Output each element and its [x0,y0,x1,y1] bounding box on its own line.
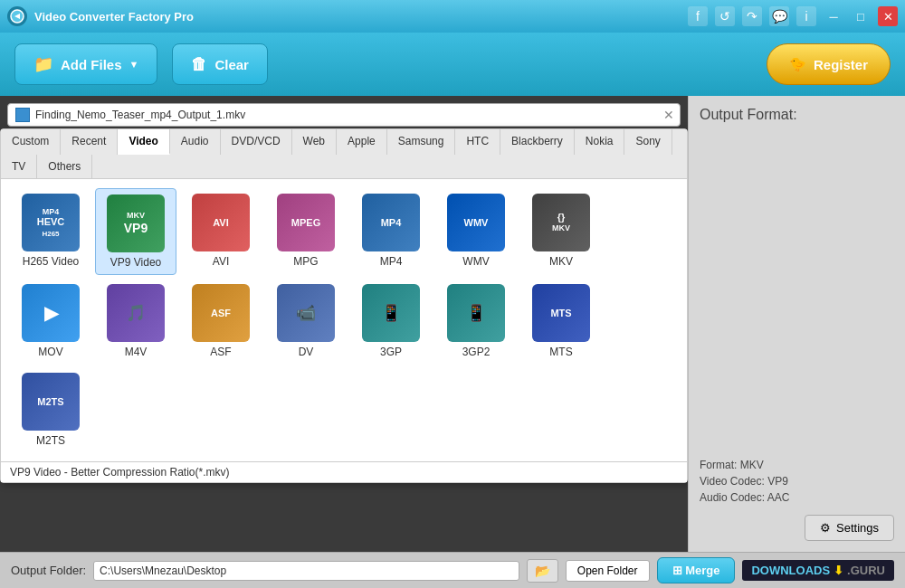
format-item-3gp2[interactable]: 📱3GP2 [435,279,517,364]
close-button[interactable]: ✕ [878,6,898,26]
settings-label: Settings [836,521,879,535]
format-item-wmv[interactable]: WMVWMV [435,188,517,275]
merge-label: ⊞ Merge [672,564,720,577]
format-label-vp9: VP9 Video [110,256,162,269]
add-files-dropdown-icon[interactable]: ▼ [129,59,139,70]
format-item-m4v[interactable]: 🎵M4V [95,279,176,364]
tab-audio[interactable]: Audio [170,129,221,155]
format-label-m2ts: M2TS [36,434,65,447]
titlebar: Video Converter Factory Pro f ↺ ↷ 💬 i ─ … [0,0,905,33]
main-area: D Finding_Nemo_Teaser_mp4_Output_1.mkv ✕… [0,96,905,552]
format-item-mts[interactable]: MTSMTS [520,279,602,364]
output-format-title: Output Format: [700,107,894,123]
add-files-button[interactable]: 📁 Add Files ▼ [14,43,157,85]
format-label-mp4: MP4 [380,255,403,268]
format-icon-mp4: MP4 [362,194,420,251]
format-label-m4v: M4V [125,346,148,358]
format-label-asf: ASF [210,346,231,358]
tab-apple[interactable]: Apple [337,129,387,155]
tab-web[interactable]: Web [292,129,337,155]
merge-button[interactable]: ⊞ Merge [657,557,736,583]
format-value: Format: MKV [700,459,894,471]
forward-icon[interactable]: ↷ [742,6,762,26]
file-name: Finding_Nemo_Teaser_mp4_Output_1.mkv [35,109,245,121]
format-icon-mov: ▶ [22,284,80,342]
info-icon[interactable]: i [796,6,816,26]
format-tabs: CustomRecentVideoAudioDVD/VCDWebAppleSam… [1,129,687,179]
format-icon-avi: AVI [192,194,250,251]
remove-file-button[interactable]: ✕ [663,108,674,122]
format-item-asf[interactable]: ASFASF [180,279,262,364]
tab-video[interactable]: Video [118,129,169,155]
watermark: DOWNLOADS ⬇ .GURU [742,560,894,581]
watermark-arrow: ⬇ [834,564,843,577]
titlebar-right: f ↺ ↷ 💬 i ─ □ ✕ [688,6,898,26]
format-item-avi[interactable]: AVIAVI [180,188,262,275]
browse-folder-button[interactable]: 📂 [527,559,558,583]
output-folder-label: Output Folder: [11,564,86,577]
add-files-icon: 📁 [33,54,53,74]
tab-custom[interactable]: Custom [1,129,61,155]
open-folder-label: Open Folder [577,564,638,577]
format-grid: MP4HEVCH265H265 VideoMKVVP9VP9 VideoAVIA… [1,179,687,461]
clear-button[interactable]: 🗑 Clear [172,43,268,85]
facebook-icon[interactable]: f [688,6,708,26]
output-path-input[interactable] [93,561,519,581]
register-button[interactable]: 🐤 Register [767,43,891,85]
tab-blackberry[interactable]: Blackberry [500,129,575,155]
format-item-mp4[interactable]: MP4MP4 [350,188,432,275]
tab-htc[interactable]: HTC [455,129,500,155]
tab-recent[interactable]: Recent [61,129,118,155]
format-status: VP9 Video - Better Compression Ratio(*.m… [1,461,687,482]
maximize-button[interactable]: □ [851,6,871,26]
right-panel: Output Format: Format: MKV Video Codec: … [688,96,905,552]
format-icon-mpg: MPEG [277,194,335,251]
format-item-mov[interactable]: ▶MOV [10,279,91,364]
add-files-label: Add Files [61,57,122,72]
format-icon-mkv: {}MKV [532,194,590,251]
format-label-3gp: 3GP [380,346,402,358]
format-icon-m4v: 🎵 [107,284,165,342]
format-item-mpg[interactable]: MPEGMPG [265,188,347,275]
format-popup: CustomRecentVideoAudioDVD/VCDWebAppleSam… [0,128,688,483]
tab-sony[interactable]: Sony [624,129,672,155]
tab-samsung[interactable]: Samsung [387,129,456,155]
format-item-mkv[interactable]: {}MKVMKV [520,188,602,275]
format-icon-3gp: 📱 [362,284,420,342]
format-icon-vp9: MKVVP9 [107,194,165,252]
open-folder-button[interactable]: Open Folder [566,560,650,582]
format-label-h265: H265 Video [23,255,80,268]
tab-nokia[interactable]: Nokia [575,129,625,155]
format-item-m2ts[interactable]: M2TSM2TS [10,367,91,452]
format-info: Format: MKV Video Codec: VP9 Audio Codec… [700,278,894,507]
format-label-dv: DV [299,346,314,358]
format-status-text: VP9 Video - Better Compression Ratio(*.m… [10,466,230,479]
tab-tv[interactable]: TV [1,155,37,178]
clear-icon: 🗑 [191,55,207,74]
left-panel: D Finding_Nemo_Teaser_mp4_Output_1.mkv ✕… [0,96,688,552]
folder-icon: 📂 [535,564,550,578]
tab-others[interactable]: Others [37,155,92,178]
file-item[interactable]: Finding_Nemo_Teaser_mp4_Output_1.mkv ✕ [7,103,681,127]
format-item-dv[interactable]: 📹DV [265,279,347,364]
toolbar: 📁 Add Files ▼ 🗑 Clear 🐤 Register [0,33,905,96]
tab-dvdvcd[interactable]: DVD/VCD [221,129,292,155]
format-icon-asf: ASF [192,284,250,342]
watermark-downloads: DOWNLOADS [751,564,830,577]
format-label-wmv: WMV [462,255,489,268]
bottom-bar: Output Folder: 📂 Open Folder ⊞ Merge DOW… [0,552,905,588]
format-icon-h265: MP4HEVCH265 [22,194,80,251]
clear-label: Clear [214,57,249,72]
format-icon-dv: 📹 [277,284,335,342]
format-label-mpg: MPG [293,255,318,268]
settings-button[interactable]: ⚙ Settings [805,515,894,541]
app-logo [7,6,27,26]
minimize-button[interactable]: ─ [824,6,843,26]
chat-icon[interactable]: 💬 [769,6,789,26]
format-icon-mts: MTS [532,284,590,342]
refresh-icon[interactable]: ↺ [715,6,735,26]
format-icon-m2ts: M2TS [22,373,80,431]
format-item-3gp[interactable]: 📱3GP [350,279,432,364]
format-item-h265[interactable]: MP4HEVCH265H265 Video [10,188,91,275]
format-item-vp9[interactable]: MKVVP9VP9 Video [95,188,176,275]
